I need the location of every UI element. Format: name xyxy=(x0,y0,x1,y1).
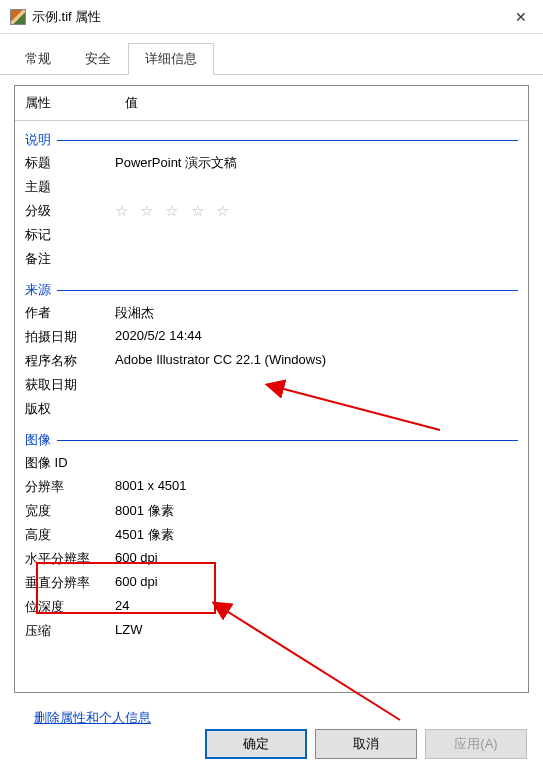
row-taken[interactable]: 拍摄日期2020/5/2 14:44 xyxy=(25,325,518,349)
details-panel[interactable]: 属性 值 说明 标题PowerPoint 演示文稿 主题 分级☆ ☆ ☆ ☆ ☆… xyxy=(14,85,529,693)
close-icon[interactable]: ✕ xyxy=(507,9,535,25)
row-program[interactable]: 程序名称Adobe Illustrator CC 22.1 (Windows) xyxy=(25,349,518,373)
row-author[interactable]: 作者段湘杰 xyxy=(25,301,518,325)
row-height[interactable]: 高度4501 像素 xyxy=(25,523,518,547)
section-image: 图像 图像 ID 分辨率8001 x 4501 宽度8001 像素 高度4501… xyxy=(25,427,518,643)
cancel-button[interactable]: 取消 xyxy=(315,729,417,759)
row-bitdepth[interactable]: 位深度24 xyxy=(25,595,518,619)
tab-security[interactable]: 安全 xyxy=(68,43,128,75)
rating-stars[interactable]: ☆ ☆ ☆ ☆ ☆ xyxy=(115,202,518,220)
row-rating[interactable]: 分级☆ ☆ ☆ ☆ ☆ xyxy=(25,199,518,223)
section-description-label: 说明 xyxy=(25,131,51,149)
section-description: 说明 标题PowerPoint 演示文稿 主题 分级☆ ☆ ☆ ☆ ☆ 标记 备… xyxy=(25,127,518,271)
row-subject[interactable]: 主题 xyxy=(25,175,518,199)
section-origin: 来源 作者段湘杰 拍摄日期2020/5/2 14:44 程序名称Adobe Il… xyxy=(25,277,518,421)
header-property: 属性 xyxy=(15,86,115,120)
remove-properties-link[interactable]: 删除属性和个人信息 xyxy=(22,699,151,733)
row-tags[interactable]: 标记 xyxy=(25,223,518,247)
row-hres[interactable]: 水平分辨率600 dpi xyxy=(25,547,518,571)
ok-button[interactable]: 确定 xyxy=(205,729,307,759)
section-image-label: 图像 xyxy=(25,431,51,449)
titlebar: 示例.tif 属性 ✕ xyxy=(0,0,543,34)
tab-details[interactable]: 详细信息 xyxy=(128,43,214,75)
row-copyright[interactable]: 版权 xyxy=(25,397,518,421)
section-origin-label: 来源 xyxy=(25,281,51,299)
row-vres[interactable]: 垂直分辨率600 dpi xyxy=(25,571,518,595)
column-header: 属性 值 xyxy=(15,86,528,121)
file-icon xyxy=(10,9,26,25)
row-compression[interactable]: 压缩LZW xyxy=(25,619,518,643)
dialog-buttons: 确定 取消 应用(A) xyxy=(0,729,543,759)
row-imageid[interactable]: 图像 ID xyxy=(25,451,518,475)
apply-button: 应用(A) xyxy=(425,729,527,759)
window-title: 示例.tif 属性 xyxy=(32,8,507,26)
row-resolution[interactable]: 分辨率8001 x 4501 xyxy=(25,475,518,499)
tabstrip: 常规 安全 详细信息 xyxy=(0,34,543,75)
row-title[interactable]: 标题PowerPoint 演示文稿 xyxy=(25,151,518,175)
row-notes[interactable]: 备注 xyxy=(25,247,518,271)
row-acquired[interactable]: 获取日期 xyxy=(25,373,518,397)
tab-general[interactable]: 常规 xyxy=(8,43,68,75)
row-width[interactable]: 宽度8001 像素 xyxy=(25,499,518,523)
header-value: 值 xyxy=(115,86,528,120)
